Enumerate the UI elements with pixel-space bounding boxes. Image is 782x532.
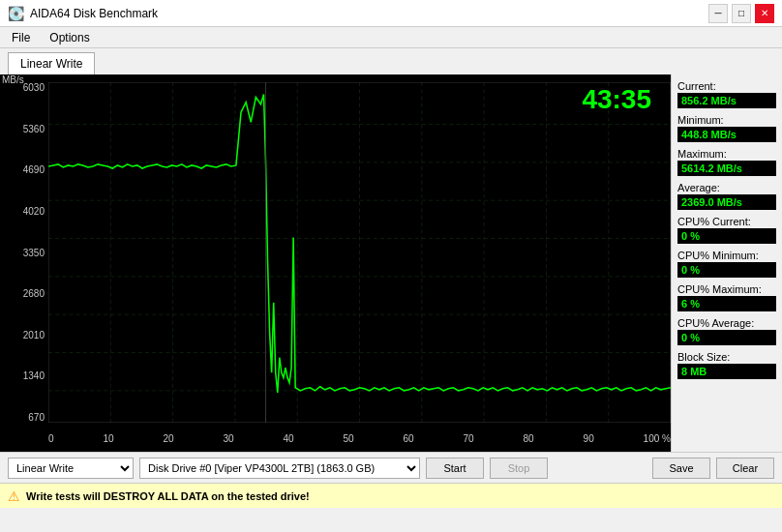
x-axis-labels: 0 10 20 30 40 50 60 70 80 90 100 %: [48, 433, 671, 444]
y-label-2680: 2680: [2, 288, 46, 299]
y-label-2010: 2010: [2, 330, 46, 340]
tab-linear-write[interactable]: Linear Write: [8, 52, 95, 74]
maximum-label: Maximum:: [677, 148, 776, 160]
save-button[interactable]: Save: [652, 458, 710, 479]
y-label-6030: 6030: [2, 82, 46, 93]
cpu-average-value: 0 %: [677, 330, 776, 345]
cpu-current-value: 0 %: [677, 228, 776, 244]
stat-current: Current: 856.2 MB/s: [677, 80, 776, 108]
drive-dropdown[interactable]: Disk Drive #0 [Viper VP4300L 2TB] (1863.…: [139, 458, 420, 479]
y-label-4690: 4690: [2, 164, 46, 175]
maximize-button[interactable]: □: [732, 4, 751, 23]
bottom-toolbar: Linear Write Disk Drive #0 [Viper VP4300…: [0, 452, 782, 483]
title-bar: 💽 AIDA64 Disk Benchmark ─ □ ✕: [0, 0, 782, 27]
average-label: Average:: [677, 182, 776, 193]
x-label-0: 0: [48, 433, 54, 444]
x-label-70: 70: [464, 433, 474, 444]
stats-panel: Current: 856.2 MB/s Minimum: 448.8 MB/s …: [671, 74, 782, 452]
stat-minimum: Minimum: 448.8 MB/s: [677, 114, 776, 142]
chart-timer: 43:35: [582, 84, 651, 115]
cpu-average-label: CPU% Average:: [677, 317, 776, 329]
x-label-80: 80: [524, 433, 534, 444]
x-label-20: 20: [163, 433, 173, 444]
start-button[interactable]: Start: [426, 458, 484, 479]
maximum-value: 5614.2 MB/s: [677, 161, 776, 176]
menu-options[interactable]: Options: [45, 30, 93, 45]
close-button[interactable]: ✕: [755, 4, 774, 23]
stat-cpu-average: CPU% Average: 0 %: [677, 317, 776, 345]
menu-bar: File Options: [0, 27, 782, 48]
menu-file[interactable]: File: [8, 30, 34, 45]
y-label-670: 670: [2, 412, 46, 423]
clear-button[interactable]: Clear: [716, 458, 774, 479]
warning-text: Write tests will DESTROY ALL DATA on the…: [26, 490, 310, 502]
cpu-current-label: CPU% Current:: [677, 216, 776, 227]
x-label-30: 30: [223, 433, 233, 444]
stat-cpu-minimum: CPU% Minimum: 0 %: [677, 250, 776, 278]
window-title: AIDA64 Disk Benchmark: [30, 7, 158, 20]
benchmark-chart: [48, 82, 671, 423]
cpu-minimum-value: 0 %: [677, 262, 776, 278]
cpu-maximum-label: CPU% Maximum:: [677, 283, 776, 295]
cpu-maximum-value: 6 %: [677, 296, 776, 311]
y-axis-labels: 6030 5360 4690 4020 3350 2680 2010 1340 …: [2, 82, 46, 423]
y-label-5360: 5360: [2, 124, 46, 134]
stat-cpu-maximum: CPU% Maximum: 6 %: [677, 283, 776, 311]
tab-bar: Linear Write: [0, 48, 782, 74]
x-label-100: 100 %: [644, 433, 671, 444]
stat-cpu-current: CPU% Current: 0 %: [677, 216, 776, 244]
app-icon: 💽: [8, 6, 24, 21]
stop-button[interactable]: Stop: [490, 458, 548, 479]
current-label: Current:: [677, 80, 776, 92]
minimum-value: 448.8 MB/s: [677, 127, 776, 142]
current-value: 856.2 MB/s: [677, 93, 776, 108]
stat-maximum: Maximum: 5614.2 MB/s: [677, 148, 776, 176]
average-value: 2369.0 MB/s: [677, 194, 776, 210]
minimize-button[interactable]: ─: [708, 4, 728, 23]
x-label-40: 40: [284, 433, 294, 444]
minimum-label: Minimum:: [677, 114, 776, 126]
block-size-value: 8 MB: [677, 364, 776, 379]
y-label-4020: 4020: [2, 206, 46, 217]
warning-bar: ⚠ Write tests will DESTROY ALL DATA on t…: [0, 483, 782, 508]
x-label-60: 60: [404, 433, 414, 444]
warning-icon: ⚠: [8, 488, 20, 504]
x-label-90: 90: [584, 433, 594, 444]
main-content: MB/s 43:35: [0, 74, 782, 452]
window-controls: ─ □ ✕: [708, 4, 774, 23]
y-label-3350: 3350: [2, 248, 46, 258]
test-type-dropdown[interactable]: Linear Write: [8, 458, 134, 479]
stat-block-size: Block Size: 8 MB: [677, 351, 776, 379]
x-label-50: 50: [344, 433, 354, 444]
x-label-10: 10: [103, 433, 113, 444]
chart-area: MB/s 43:35: [0, 74, 671, 452]
stat-average: Average: 2369.0 MB/s: [677, 182, 776, 210]
y-label-1340: 1340: [2, 370, 46, 381]
block-size-label: Block Size:: [677, 351, 776, 363]
cpu-minimum-label: CPU% Minimum:: [677, 250, 776, 261]
